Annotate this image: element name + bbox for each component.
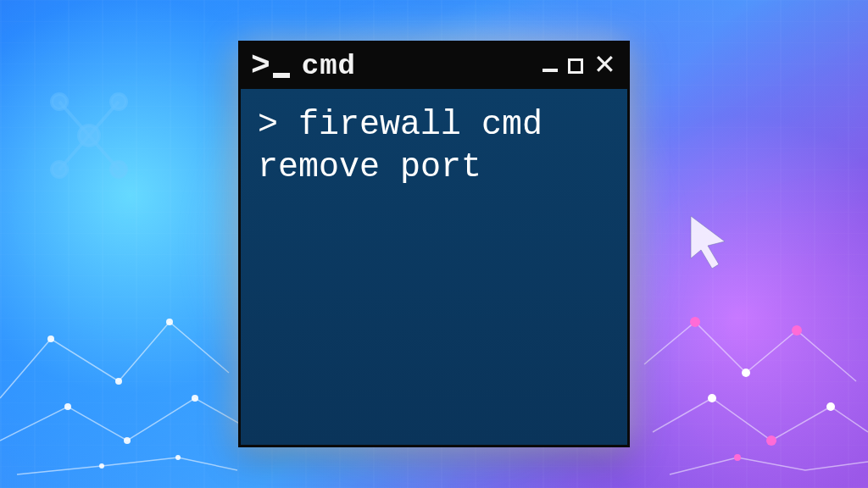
terminal-prompt-icon: > <box>251 50 290 82</box>
close-icon[interactable]: ✕ <box>593 51 617 78</box>
command-text: firewall cmd remove port <box>258 106 542 186</box>
window-controls: ✕ <box>542 53 617 80</box>
terminal-body[interactable]: > firewall cmd remove port <box>241 89 627 445</box>
maximize-icon[interactable] <box>568 58 583 74</box>
minimize-icon[interactable] <box>542 69 558 72</box>
command-prompt: > <box>258 106 298 144</box>
terminal-window: > cmd ✕ > firewall cmd remove port <box>238 41 630 447</box>
titlebar[interactable]: > cmd ✕ <box>241 43 627 89</box>
window-title: cmd <box>302 50 542 82</box>
